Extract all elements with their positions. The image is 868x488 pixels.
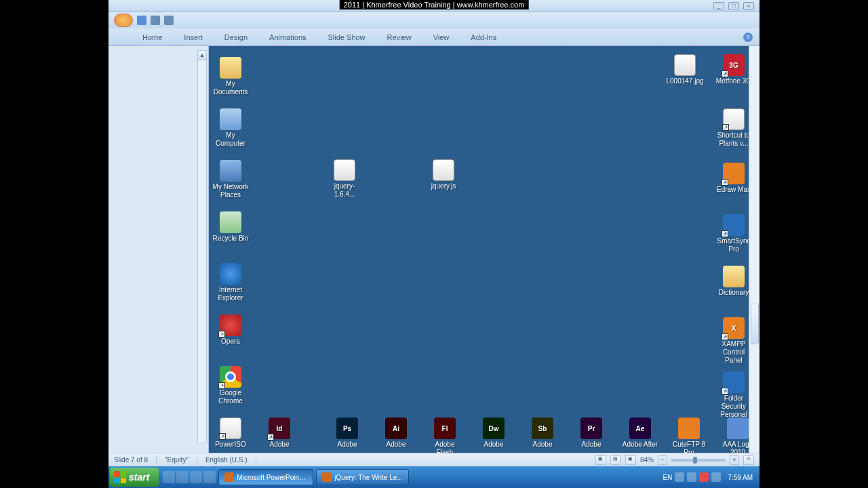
taskbar-clock[interactable]: 7:59 AM [724,474,757,481]
desktop-icon-jquery-js[interactable]: jquery.js [425,159,462,190]
office-button[interactable] [114,14,133,27]
icon-label: Adobe [260,441,298,449]
desktop-icon-adobe[interactable]: Id↗Adobe [260,418,298,449]
desktop-icon-smartsync-pro[interactable]: ↗SmartSync Pro [715,214,753,253]
help-icon[interactable]: ? [743,33,753,42]
desktop-icon-google-chrome[interactable]: ↗Google Chrome [212,366,250,405]
desktop-icon-adobe[interactable]: PsAdobe [328,418,366,449]
desktop-icon-l000147-jpg[interactable]: L000147.jpg [666,54,704,85]
ribbon-tab-animations[interactable]: Animations [269,33,306,41]
taskbar-item[interactable]: Microsoft PowerPoint ... [218,469,313,485]
minimize-button[interactable]: _ [713,2,724,10]
desktop-icon-internet-explorer[interactable]: Internet Explorer [212,263,250,302]
app-icon: ↗ [220,418,241,439]
ql-icon-2[interactable] [176,471,189,483]
tray-icon-1[interactable] [675,472,684,482]
ribbon-tab-review[interactable]: Review [387,33,412,41]
desktop-icon-adobe[interactable]: SbAdobe [524,418,561,449]
desktop-icon-adobe[interactable]: PrAdobe [572,418,610,449]
slide-thumbnail-pane[interactable]: ▲ [108,46,209,453]
app-icon: X↗ [723,317,745,339]
redo-icon[interactable] [164,16,174,25]
ql-icon-1[interactable] [163,471,175,483]
desktop-icon-edraw-max[interactable]: ↗Edraw Max [715,163,753,194]
desktop-icon-cuteftp-8-pro[interactable]: CuteFTP 8 Pro [670,418,708,453]
system-tray: EN 7:59 AM [663,472,757,482]
icon-label: Adobe [572,441,610,449]
app-icon: 3G↗ [723,54,745,76]
ql-icon-3[interactable] [190,471,202,483]
taskbar-item[interactable]: jQuery: The Write Le... [316,469,408,485]
slideshow-view-button[interactable]: ▣ [625,455,636,465]
quick-launch [163,471,216,483]
desktop-icon-opera[interactable]: ↗Opera [212,314,250,346]
tray-language[interactable]: EN [663,474,672,481]
app-icon: ↗ [723,108,745,130]
zoom-out-button[interactable]: − [658,455,667,465]
desktop-icon-recycle-bin[interactable]: Recycle Bin [212,211,250,243]
app-icon [334,159,355,181]
desktop-icon-dictionary[interactable]: Dictionary [715,266,753,297]
ribbon-tab-slideshow[interactable]: Slide Show [328,33,366,41]
desktop-icon-poweriso[interactable]: ↗PowerISO [212,418,250,449]
shortcut-arrow-icon: ↗ [218,331,225,338]
desktop-icon-adobe[interactable]: DwAdobe [475,418,513,449]
normal-view-button[interactable]: ▦ [595,455,606,465]
sorter-view-button[interactable]: ▤ [610,455,621,465]
icon-label: XAMPP Control Panel [715,340,753,365]
fit-button[interactable]: ⊡ [743,455,754,465]
icon-label: Dictionary [715,289,753,297]
icon-label: jquery-1.6.4... [326,182,363,199]
start-button[interactable]: start [110,468,159,487]
slide-scrollbar[interactable] [749,46,760,453]
desktop-icon-adobe-flash[interactable]: FlAdobe Flash [426,418,464,453]
slide-editor-pane[interactable]: My DocumentsMy ComputerMy Network Places… [209,46,760,453]
ribbon-tab-view[interactable]: View [433,33,450,41]
ribbon-tab-insert[interactable]: Insert [184,33,203,41]
thumbnail-scrollbar[interactable]: ▲ [197,50,207,443]
icon-label: Internet Explorer [212,286,250,302]
app-icon: Ps [336,418,358,439]
tray-icon-3[interactable] [699,472,709,482]
app-icon [723,266,745,287]
desktop-icon-adobe[interactable]: AiAdobe [377,418,415,449]
icon-label: Shortcut to Plants v... [715,131,753,148]
scroll-up-icon[interactable]: ▲ [198,51,206,60]
app-icon: Id↗ [269,418,290,439]
close-button[interactable]: × [743,2,754,10]
app-icon [220,211,241,233]
app-icon: ↗ [723,214,745,236]
desktop-icon-adobe-after[interactable]: AeAdobe After [621,418,659,449]
icon-label: Adobe [377,441,415,449]
ribbon-tab-addins[interactable]: Add-Ins [471,33,496,41]
desktop-icon-my-documents[interactable]: My Documents [212,57,250,96]
icon-label: Metfone 3G [715,77,753,85]
desktop-icon-my-computer[interactable]: My Computer [212,108,250,148]
shortcut-arrow-icon: ↗ [722,179,728,186]
desktop-icon-jquery-1-6-4-[interactable]: jquery-1.6.4... [326,159,363,199]
desktop-icon-xampp-control-panel[interactable]: X↗XAMPP Control Panel [715,317,753,365]
zoom-in-button[interactable]: + [730,455,739,465]
icon-label: Google Chrome [212,389,250,405]
undo-icon[interactable] [151,16,160,25]
task-label: Microsoft PowerPoint ... [237,474,307,481]
tray-icon-4[interactable] [711,472,721,482]
desktop-icon-my-network-places[interactable]: My Network Places [212,160,250,199]
shortcut-arrow-icon: ↗ [218,382,225,389]
language-indicator[interactable]: English (U.S.) [205,456,256,464]
zoom-percent[interactable]: 84% [640,456,654,464]
save-icon[interactable] [137,16,146,25]
ql-icon-4[interactable] [203,471,216,483]
zoom-slider[interactable] [671,459,726,462]
scrollbar-thumb[interactable] [751,304,759,344]
ribbon-tab-home[interactable]: Home [142,33,162,41]
task-app-icon [322,472,332,482]
status-bar: Slide 7 of 8 "Equity" English (U.S.) ▦ ▤… [108,453,760,466]
desktop-icon-metfone-3g[interactable]: 3G↗Metfone 3G [715,54,753,85]
app-icon [433,159,454,181]
ribbon-tab-design[interactable]: Design [224,33,248,41]
tray-icon-2[interactable] [687,472,696,482]
maximize-button[interactable]: □ [728,2,739,10]
icon-label: CuteFTP 8 Pro [670,441,708,453]
desktop-icon-shortcut-to-plants-v-[interactable]: ↗Shortcut to Plants v... [715,108,753,148]
